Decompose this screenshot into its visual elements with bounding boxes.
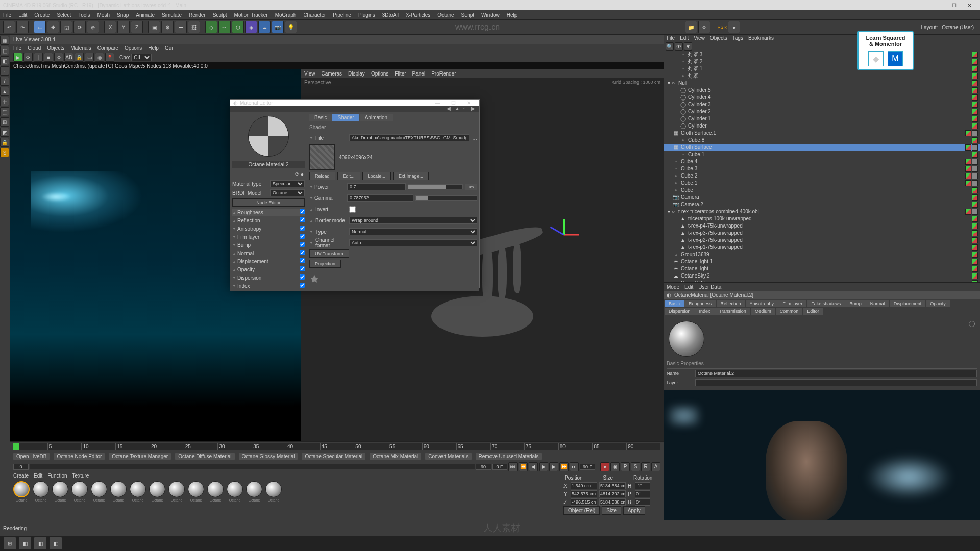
- coord-y-rot[interactable]: [635, 490, 650, 497]
- mat-tool-octane-diffuse-material[interactable]: Octane Diffuse Material: [175, 453, 234, 460]
- object-row[interactable]: 📷Camera.2: [664, 201, 980, 208]
- lv-stop-button[interactable]: ■: [44, 53, 53, 62]
- channel-roughness[interactable]: ○Roughness: [232, 209, 305, 216]
- mat-tool-octane-glossy-material[interactable]: Octane Glossy Material: [239, 453, 298, 460]
- shader-reload-button[interactable]: Reload: [309, 172, 335, 180]
- lv-ab-button[interactable]: AB: [64, 53, 74, 62]
- next-frame-button[interactable]: ▶: [549, 462, 558, 471]
- attr-tab-roughness[interactable]: Roughness: [684, 300, 716, 307]
- material-ball[interactable]: Octane: [129, 481, 147, 505]
- menu-bookmarks[interactable]: Bookmarks: [748, 35, 774, 41]
- select-tool[interactable]: ▭: [34, 21, 46, 33]
- type-dropdown[interactable]: Normal: [349, 228, 477, 235]
- object-row[interactable]: ▫灯罩.2: [664, 58, 980, 65]
- recent-tool[interactable]: ⊕: [87, 21, 99, 33]
- dialog-maximize-button[interactable]: ☐: [446, 100, 461, 106]
- material-ball[interactable]: Octane: [187, 481, 205, 505]
- attr-tab-fake shadows[interactable]: Fake shadows: [807, 300, 845, 307]
- om-view-button[interactable]: 👁: [675, 42, 683, 51]
- object-row[interactable]: ☁OctaneSky.2: [664, 272, 980, 280]
- attr-refresh-icon[interactable]: [969, 321, 975, 327]
- uv-transform-button[interactable]: UV Transform: [309, 249, 349, 258]
- scale-tool[interactable]: ◱: [60, 21, 72, 33]
- material-ball[interactable]: Octane: [148, 481, 166, 505]
- menu-file[interactable]: File: [667, 35, 675, 41]
- model-mode[interactable]: ▦: [0, 36, 9, 45]
- axis-gizmo[interactable]: [548, 219, 578, 250]
- prefs-button[interactable]: ⚙: [698, 21, 710, 33]
- menu-filter[interactable]: Filter: [395, 71, 406, 77]
- texture-mode[interactable]: ◫: [0, 46, 9, 55]
- object-row[interactable]: ▫Cube.1: [664, 151, 980, 158]
- material-ball[interactable]: Octane: [245, 481, 263, 505]
- object-row[interactable]: ◯Cylinder.5: [664, 87, 980, 94]
- object-row[interactable]: ▲t-rex-p1-75k-unwrapped: [664, 244, 980, 251]
- menu-help[interactable]: Help: [148, 45, 159, 51]
- lv-region-button[interactable]: ▭: [85, 53, 94, 62]
- menu-tags[interactable]: Tags: [732, 35, 743, 41]
- menu-simulate[interactable]: Simulate: [162, 12, 182, 18]
- attr-tab-film layer[interactable]: Film layer: [778, 300, 806, 307]
- menu-prorender[interactable]: ProRender: [431, 71, 456, 77]
- border-dropdown[interactable]: Wrap around: [349, 217, 477, 224]
- key-pos-button[interactable]: P: [621, 462, 630, 471]
- coord-size-dropdown[interactable]: Size: [602, 506, 621, 515]
- menu-pipeline[interactable]: Pipeline: [333, 12, 351, 18]
- coord-x-pos[interactable]: [571, 482, 597, 489]
- channel-opacity[interactable]: ○Opacity: [232, 266, 305, 273]
- windows-taskbar[interactable]: ⊞ ◧ ◧ ◧: [0, 536, 980, 551]
- attribute-material-preview[interactable]: [669, 321, 704, 357]
- menu-mesh[interactable]: Mesh: [97, 12, 110, 18]
- attr-layer-field[interactable]: [695, 379, 977, 386]
- menu-options[interactable]: Options: [371, 71, 388, 77]
- menu-panel[interactable]: Panel: [412, 71, 426, 77]
- om-filter-button[interactable]: ▼: [684, 42, 692, 51]
- mat-tool-convert-materials[interactable]: Convert Materials: [425, 453, 471, 460]
- dialog-refresh-icon[interactable]: ⟳ ●: [295, 171, 304, 177]
- dialog-up-button[interactable]: ▲: [455, 106, 461, 112]
- render-view-button[interactable]: ▣: [148, 21, 160, 33]
- attr-tab-anisotrophy[interactable]: Anisotrophy: [746, 300, 778, 307]
- lv-refresh-button[interactable]: ⟳: [23, 53, 33, 62]
- menu-file[interactable]: File: [13, 45, 21, 51]
- menu-edit[interactable]: Edit: [18, 12, 27, 18]
- lv-lock-button[interactable]: 🔒: [75, 53, 84, 62]
- object-row[interactable]: ▫Cube.1: [664, 180, 980, 187]
- frame-end-field[interactable]: [476, 464, 491, 470]
- dialog-material-preview[interactable]: [248, 116, 289, 157]
- mat-tool-octane-specular-material[interactable]: Octane Specular Material: [302, 453, 365, 460]
- maximize-button[interactable]: ☐: [946, 3, 962, 8]
- deformer-tool[interactable]: ◈: [245, 21, 257, 33]
- menu-file[interactable]: File: [3, 12, 11, 18]
- material-ball[interactable]: Octane: [206, 481, 225, 505]
- menu-x-particles[interactable]: X-Particles: [406, 12, 430, 18]
- menu-view[interactable]: View: [304, 71, 315, 77]
- file-browse-button[interactable]: …: [472, 135, 477, 141]
- menu-objects[interactable]: Objects: [47, 45, 64, 51]
- menu-create[interactable]: Create: [13, 473, 29, 479]
- object-row[interactable]: ▫灯罩: [664, 72, 980, 80]
- menu-motion-tracker[interactable]: Motion Tracker: [234, 12, 268, 18]
- menu-compare[interactable]: Compare: [97, 45, 118, 51]
- point-mode[interactable]: ·: [0, 66, 9, 76]
- material-ball[interactable]: Octane: [51, 481, 69, 505]
- coord-obj-dropdown[interactable]: Object (Rel): [564, 506, 600, 515]
- layout-dropdown[interactable]: Octane (User): [939, 24, 977, 30]
- menu-function[interactable]: Function: [47, 473, 67, 479]
- coord-z-rot[interactable]: [635, 498, 650, 506]
- material-ball[interactable]: Octane: [167, 481, 186, 505]
- x-axis-lock[interactable]: X: [104, 21, 116, 33]
- channel-reflection[interactable]: ○Reflection: [232, 217, 305, 224]
- attr-tab-dispersion[interactable]: Dispersion: [665, 308, 695, 315]
- channel-dispersion[interactable]: ○Dispersion: [232, 274, 305, 281]
- menu-window[interactable]: Window: [481, 12, 500, 18]
- channel-fmt-dropdown[interactable]: Auto: [349, 239, 477, 246]
- attr-tab-medium[interactable]: Medium: [751, 308, 775, 315]
- object-row[interactable]: ▫Cube.4: [664, 158, 980, 165]
- node-editor-button[interactable]: Node Editor: [232, 198, 305, 207]
- mat-tool-octane-mix-material[interactable]: Octane Mix Material: [370, 453, 421, 460]
- object-row[interactable]: ◯Cylinder.1: [664, 115, 980, 122]
- rotate-tool[interactable]: ⟳: [74, 21, 86, 33]
- material-ball[interactable]: Octane: [264, 481, 283, 505]
- object-row[interactable]: ▫Cube.3: [664, 165, 980, 172]
